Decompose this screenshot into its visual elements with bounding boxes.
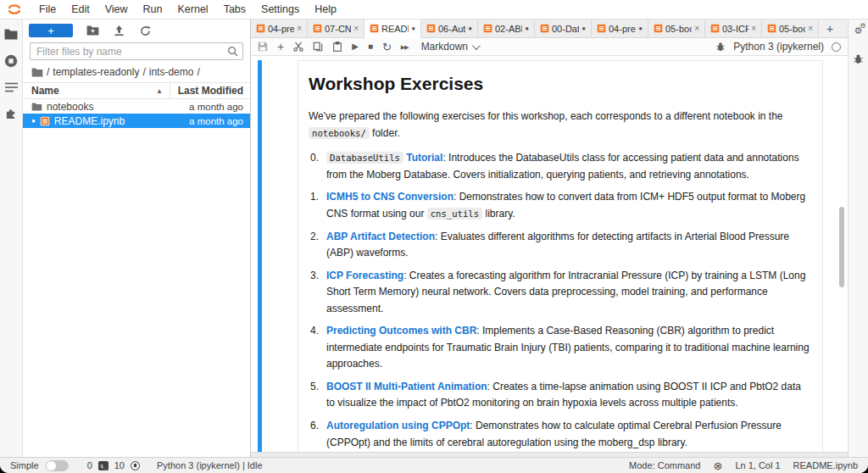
cell-prompt-gutter [262, 60, 298, 453]
home-folder-icon[interactable] [31, 68, 43, 77]
file-row-notebooks[interactable]: notebooks a month ago [23, 99, 250, 114]
notebook-scrollbar-thumb[interactable] [839, 207, 844, 287]
file-modified: a month ago [170, 102, 250, 112]
restart-icon[interactable]: ↻ [382, 42, 392, 53]
notebook-icon [256, 24, 265, 33]
table-of-contents-icon[interactable] [4, 80, 19, 94]
tab-04-pred[interactable]: 04-pred× [251, 19, 308, 37]
paste-icon[interactable] [332, 42, 342, 52]
unsaved-dot-icon[interactable]: ● [581, 25, 586, 32]
exercise-link-abp-artifact[interactable]: ABP Artifact Detection [326, 231, 435, 242]
status-bar: Simple 0 $_ 10 Python 3 (ipykernel) | Id… [0, 457, 868, 473]
menu-file[interactable]: File [31, 3, 64, 15]
tab-04-pred-2[interactable]: 04-pred● [592, 19, 648, 37]
breadcrumb-templates-readonly[interactable]: templates-readonly [53, 66, 139, 78]
run-all-icon[interactable]: ▶▶ [401, 44, 409, 50]
cursor-position[interactable]: Ln 1, Col 1 [735, 460, 780, 470]
exercise-list: 0.DatabaseUtils Tutorial: Introduces the… [309, 150, 810, 451]
left-sidebar-strip [0, 19, 23, 457]
extensions-icon[interactable] [4, 106, 19, 120]
main-dock-panel: 04-pred× 07-CNS× README● 06-Auto● 02-ABP… [251, 19, 848, 457]
notebook-icon [370, 24, 379, 33]
close-icon[interactable]: × [297, 24, 302, 33]
close-icon[interactable]: × [353, 24, 359, 33]
running-kernels-icon[interactable] [4, 53, 19, 68]
file-filter-input[interactable] [30, 42, 243, 60]
close-icon[interactable]: × [808, 24, 813, 33]
tab-05-boost[interactable]: 05-boos× [648, 19, 705, 37]
simple-mode-toggle[interactable] [46, 460, 69, 471]
menu-run[interactable]: Run [136, 3, 170, 15]
add-cell-icon[interactable]: + [277, 41, 284, 53]
exercise-item-1: 1.ICMH5 to CNS Conversion: Demonstrates … [309, 189, 810, 222]
file-browser-icon[interactable] [4, 27, 19, 42]
file-browser-toolbar: + [23, 19, 250, 41]
cut-icon[interactable] [293, 42, 303, 52]
kernel-status-text[interactable]: Python 3 (ipykernel) | Idle [157, 460, 263, 470]
close-icon[interactable]: × [694, 24, 699, 33]
file-modified: a month ago [170, 116, 250, 126]
tab-00-data[interactable]: 00-Data● [535, 19, 592, 37]
notebook-icon [767, 24, 776, 33]
unsaved-dot-icon[interactable]: ● [525, 25, 529, 32]
breadcrumb-separator: / [197, 66, 199, 78]
unsaved-dot-icon[interactable]: ● [411, 25, 415, 32]
exercise-link-tutorial[interactable]: Tutorial [406, 152, 442, 164]
stop-icon[interactable]: ■ [368, 42, 373, 51]
exercise-link-cppopt[interactable]: Autoregulation using CPPOpt [326, 420, 470, 431]
intro-paragraph: We've prepared the following exercises f… [309, 109, 810, 142]
menu-edit[interactable]: Edit [64, 3, 97, 15]
menu-view[interactable]: View [97, 3, 136, 15]
tab-03-icp[interactable]: 03-ICP-× [705, 19, 762, 37]
markdown-cell[interactable]: Workshop Exercises We've prepared the fo… [251, 56, 848, 453]
exercise-link-boost-ii[interactable]: BOOST II Multi-Patient Animation [326, 381, 487, 392]
file-name: notebooks [47, 101, 93, 113]
active-filename: README.ipynb [793, 460, 858, 470]
exercise-link-icp-forecasting[interactable]: ICP Forecasting [326, 270, 403, 281]
tab-02-abp[interactable]: 02-ABP● [478, 19, 535, 37]
unsaved-dot-icon[interactable]: ● [468, 25, 472, 32]
cell-type-dropdown[interactable]: Markdown [421, 41, 478, 53]
unsaved-dot-icon[interactable]: ● [638, 25, 643, 32]
menu-settings[interactable]: Settings [253, 3, 307, 15]
close-icon[interactable]: × [751, 24, 756, 33]
save-icon[interactable] [258, 42, 268, 52]
file-list-header: Name ▲ Last Modified [23, 82, 250, 99]
debugger-icon[interactable] [853, 53, 864, 64]
notebook-icon [483, 24, 492, 33]
command-mode-indicator: Mode: Command [629, 460, 700, 470]
workshop-exercises-heading: Workshop Exercises [309, 70, 810, 98]
property-inspector-icon[interactable]: ⚙⚙ [854, 26, 863, 36]
inline-code: cns_utils [427, 208, 482, 220]
file-filter [30, 42, 243, 60]
menu-help[interactable]: Help [307, 3, 344, 15]
menu-tabs[interactable]: Tabs [216, 3, 253, 15]
terminals-count: 0 [87, 460, 92, 470]
column-header-name[interactable]: Name ▲ [31, 85, 170, 97]
breadcrumb: / templates-readonly / ints-demo / [23, 65, 250, 82]
breadcrumb-ints-demo[interactable]: ints-demo [149, 66, 194, 78]
copy-icon[interactable] [313, 42, 323, 52]
kernel-name-button[interactable]: Python 3 (ipykernel) [733, 41, 824, 53]
jupyter-logo-icon [7, 3, 24, 16]
column-header-last-modified[interactable]: Last Modified [170, 83, 250, 98]
inline-code: notebooks/ [309, 127, 370, 139]
file-row-readme[interactable]: ● README.ipynb a month ago [23, 114, 250, 128]
add-tab-button[interactable]: + [819, 19, 841, 37]
refresh-icon[interactable] [138, 25, 152, 37]
upload-icon[interactable] [112, 25, 125, 37]
exercise-item-5: 5.BOOST II Multi-Patient Animation: Crea… [309, 379, 810, 412]
exercise-link-cbr[interactable]: Predicting Outcomes with CBR [326, 325, 476, 337]
tab-05-boost-2[interactable]: 05-boos× [762, 19, 819, 37]
new-launcher-button[interactable]: + [29, 24, 73, 37]
run-icon[interactable]: ▶ [352, 42, 359, 51]
menu-kernel[interactable]: Kernel [170, 3, 216, 15]
kernel-icon [131, 461, 140, 470]
tab-readme-active[interactable]: README● [364, 19, 421, 37]
notebook-icon [654, 24, 663, 33]
tab-07-cns[interactable]: 07-CNS× [308, 19, 364, 37]
new-folder-icon[interactable] [86, 25, 99, 37]
debugger-icon[interactable] [715, 42, 726, 52]
exercise-link-icmh5-cns[interactable]: ICMH5 to CNS Conversion [326, 191, 453, 203]
tab-06-auto[interactable]: 06-Auto● [421, 19, 478, 37]
